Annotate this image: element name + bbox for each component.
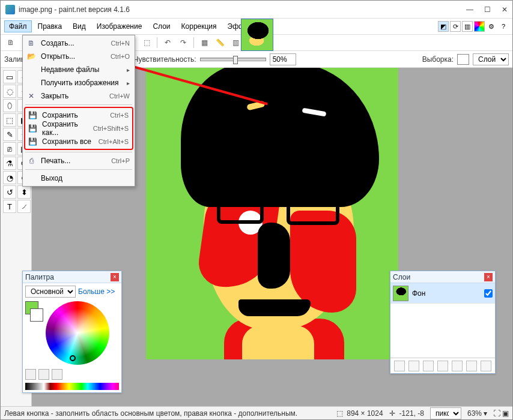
layer-properties-icon[interactable]	[481, 361, 491, 371]
tool-rect-select[interactable]: ▭	[3, 70, 16, 83]
menu-item-recent[interactable]: Недавние файлы	[24, 63, 133, 76]
app-window: image.png - paint.net версия 4.1.6 — ☐ ✕…	[0, 0, 513, 420]
palette-btn-1[interactable]	[25, 369, 36, 380]
help-icon[interactable]: ?	[498, 21, 509, 32]
document-thumbnail[interactable]	[241, 19, 273, 51]
redo-icon[interactable]: ↷	[177, 36, 190, 49]
color-swatches[interactable]	[25, 301, 42, 365]
menu-item-save-all[interactable]: 💾 Сохранить все Ctrl+Alt+S	[25, 135, 132, 148]
toggle-tools-icon[interactable]: ◩	[438, 21, 449, 32]
image-content	[146, 68, 398, 359]
color-wheel[interactable]	[46, 301, 109, 365]
ruler-icon[interactable]: 📏	[213, 36, 226, 49]
maximize-button[interactable]: ☐	[484, 5, 491, 14]
canvas[interactable]	[146, 68, 398, 359]
selection-preview[interactable]	[457, 54, 469, 65]
menu-item-print[interactable]: ⎙ Печать... Ctrl+P	[24, 154, 133, 167]
duplicate-layer-icon[interactable]	[423, 361, 434, 371]
tool-curve[interactable]: ⟋	[17, 200, 31, 213]
layers-title: Слои	[393, 273, 484, 281]
zoom-dropdown-icon[interactable]: ▾	[484, 409, 487, 418]
palette-panel[interactable]: Палитра × Основной Больше >>	[22, 271, 122, 393]
title-bar: image.png - paint.net версия 4.1.6 — ☐ ✕	[1, 1, 512, 19]
undo-icon[interactable]: ↶	[161, 36, 174, 49]
layers-toolbar	[390, 358, 495, 373]
cursor-icon: ✛	[389, 409, 398, 418]
menu-image[interactable]: Изображение	[92, 20, 147, 32]
palette-mode-select[interactable]: Основной	[25, 286, 76, 298]
menu-layers[interactable]: Слои	[148, 20, 175, 32]
palette-close-icon[interactable]: ×	[111, 273, 119, 281]
deselect-icon[interactable]: ⬚	[140, 36, 153, 49]
palette-title: Палитра	[25, 273, 111, 281]
new-file-icon: 🗎	[25, 37, 37, 49]
print-file-icon: ⎙	[25, 155, 37, 167]
settings-icon[interactable]: ⚙	[486, 21, 497, 32]
menu-bar: Файл Правка Вид Изображение Слои Коррекц…	[1, 19, 512, 34]
toggle-layers-icon[interactable]: ▥	[462, 21, 473, 32]
layer-thumbnail	[393, 286, 408, 301]
save-as-icon: 💾	[26, 122, 38, 134]
menu-item-save-as[interactable]: 💾 Сохранить как... Ctrl+Shift+S	[25, 122, 132, 135]
sensitivity-label: Чувствительность:	[134, 55, 196, 64]
palette-more-link[interactable]: Больше >>	[78, 287, 115, 296]
sensitivity-value[interactable]	[270, 53, 296, 65]
layers-panel[interactable]: Слои × Фон	[390, 271, 496, 374]
palette-btn-3[interactable]	[52, 369, 62, 380]
open-file-icon: 📂	[25, 50, 37, 62]
window-toggles: ◩ ⟳ ▥ ⚙ ?	[438, 21, 509, 32]
menu-adjust[interactable]: Коррекция	[177, 20, 222, 32]
close-button[interactable]: ✕	[502, 5, 508, 14]
add-layer-icon[interactable]	[394, 361, 405, 371]
tool-clone[interactable]: ◔	[3, 171, 16, 184]
palette-btn-2[interactable]	[38, 369, 49, 380]
actual-size-icon[interactable]: ▣	[502, 409, 509, 418]
tool-line[interactable]: ⬍	[17, 185, 31, 199]
layer-visible-checkbox[interactable]	[484, 289, 493, 298]
minimize-button[interactable]: —	[466, 5, 473, 14]
tool-zoom[interactable]: ⬚	[3, 113, 16, 127]
toggle-history-icon[interactable]: ⟳	[450, 21, 461, 32]
delete-layer-icon[interactable]	[408, 361, 419, 371]
selection-label: Выборка:	[422, 55, 454, 64]
save-file-icon: 💾	[26, 109, 38, 121]
unit-select[interactable]: пикс	[430, 407, 461, 419]
status-cursor: -121, -8	[399, 409, 424, 418]
tool-ellipse-select[interactable]: ⬯	[3, 99, 16, 112]
menu-view[interactable]: Вид	[68, 20, 91, 32]
layer-name: Фон	[412, 289, 481, 298]
menu-item-exit[interactable]: Выход	[24, 172, 133, 185]
menu-item-close[interactable]: ✕ Закрыть Ctrl+W	[24, 89, 133, 103]
menu-file[interactable]: Файл	[4, 20, 32, 32]
grid-icon[interactable]: ▦	[198, 36, 211, 49]
tool-lasso[interactable]: ◌	[3, 85, 16, 98]
tool-color-picker[interactable]: ↺	[3, 185, 16, 199]
merge-layer-icon[interactable]	[437, 361, 448, 371]
secondary-color-swatch[interactable]	[30, 308, 43, 322]
status-hint: Левая кнопка - заполнить область основны…	[4, 409, 297, 418]
dimensions-icon: ⬚	[336, 409, 345, 418]
palette-color-strip[interactable]	[25, 383, 119, 390]
fit-window-icon[interactable]: ⛶	[493, 409, 500, 418]
save-all-icon: 💾	[26, 136, 38, 148]
menu-item-open[interactable]: 📂 Открыть... Ctrl+O	[24, 50, 133, 63]
sensitivity-slider[interactable]	[200, 58, 266, 61]
tool-bucket[interactable]: ⚗	[3, 157, 16, 170]
tool-pencil[interactable]: ✎	[3, 128, 16, 141]
selection-mode-select[interactable]: Слой	[473, 53, 509, 65]
toggle-colors-icon[interactable]	[474, 21, 485, 32]
window-title: image.png - paint.net версия 4.1.6	[19, 5, 466, 14]
move-down-icon[interactable]	[466, 361, 477, 371]
layer-row[interactable]: Фон	[390, 283, 495, 304]
menu-item-create[interactable]: 🗎 Создать... Ctrl+N	[24, 37, 133, 50]
status-dimensions: 894 × 1024	[347, 409, 383, 418]
menu-edit[interactable]: Правка	[33, 20, 67, 32]
save-group-highlight: 💾 Сохранить Ctrl+S 💾 Сохранить как... Ct…	[24, 107, 133, 150]
layers-close-icon[interactable]: ×	[484, 273, 493, 281]
new-icon[interactable]: 🗎	[4, 36, 17, 49]
tool-eraser[interactable]: ⎚	[3, 142, 16, 155]
tool-text[interactable]: T	[3, 200, 16, 213]
pixel-grid-icon[interactable]: ▥	[229, 36, 242, 49]
move-up-icon[interactable]	[452, 361, 463, 371]
menu-item-get-images[interactable]: Получить изображения	[24, 76, 133, 89]
